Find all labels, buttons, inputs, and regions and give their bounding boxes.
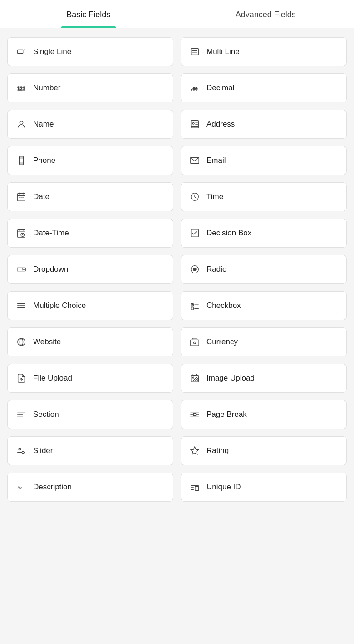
file-upload-icon — [16, 373, 27, 383]
field-decision-box[interactable]: Decision Box — [181, 219, 347, 248]
checkbox-icon — [189, 301, 200, 311]
svg-point-54 — [192, 377, 194, 378]
field-rating-label: Rating — [206, 446, 229, 455]
field-time-label: Time — [206, 192, 223, 201]
svg-rect-8 — [191, 121, 199, 128]
svg-point-66 — [19, 448, 21, 450]
field-email[interactable]: Email — [181, 146, 347, 175]
field-section-label: Section — [33, 410, 59, 419]
email-icon — [189, 156, 200, 166]
field-file-upload-label: File Upload — [33, 374, 72, 383]
website-icon — [16, 337, 27, 347]
field-unique-id[interactable]: Unique ID — [181, 473, 347, 502]
phone-icon — [16, 156, 27, 166]
field-date-time[interactable]: Date-Time — [7, 219, 173, 248]
tab-basic[interactable]: Basic Fields — [0, 0, 177, 28]
svg-rect-43 — [191, 307, 194, 310]
field-unique-id-label: Unique ID — [206, 483, 241, 492]
svg-rect-50 — [191, 340, 199, 346]
field-radio[interactable]: Radio — [181, 255, 347, 284]
svg-marker-69 — [191, 447, 199, 454]
field-page-break[interactable]: Page Break — [181, 400, 347, 429]
field-dropdown-label: Dropdown — [33, 265, 69, 274]
field-date[interactable]: Date — [7, 182, 173, 211]
tabs-header: Basic Fields Advanced Fields — [0, 0, 354, 28]
field-email-label: Email — [206, 156, 226, 165]
field-single-line-label: Single Line — [33, 47, 71, 56]
field-multi-line-label: Multi Line — [206, 47, 240, 56]
field-website[interactable]: Website — [7, 327, 173, 356]
field-page-break-label: Page Break — [206, 410, 247, 419]
multi-line-icon — [189, 47, 200, 57]
time-icon — [189, 192, 200, 202]
field-address-label: Address — [206, 120, 235, 129]
decimal-icon: .00 — [189, 83, 200, 93]
field-name-label: Name — [33, 120, 54, 129]
field-date-label: Date — [33, 192, 49, 201]
currency-icon — [189, 337, 200, 347]
field-description[interactable]: Aa Description — [7, 473, 173, 502]
field-section[interactable]: Section — [7, 400, 173, 429]
field-phone[interactable]: Phone — [7, 146, 173, 175]
number-icon: 123 — [16, 83, 27, 93]
field-address[interactable]: Address — [181, 110, 347, 139]
svg-rect-64 — [193, 413, 196, 416]
tab-basic-label: Basic Fields — [66, 10, 110, 19]
svg-point-34 — [193, 268, 196, 271]
field-number-label: Number — [33, 83, 60, 93]
tab-advanced-label: Advanced Fields — [236, 10, 296, 19]
field-slider-label: Slider — [33, 446, 53, 455]
tab-advanced[interactable]: Advanced Fields — [177, 0, 354, 28]
name-icon — [16, 119, 27, 129]
field-decimal-label: Decimal — [206, 83, 234, 93]
field-slider[interactable]: Slider — [7, 436, 173, 465]
radio-icon — [189, 264, 200, 274]
field-multiple-choice-label: Multiple Choice — [33, 301, 86, 310]
field-image-upload-label: Image Upload — [206, 374, 255, 383]
field-image-upload[interactable]: Image Upload — [181, 364, 347, 393]
field-rating[interactable]: Rating — [181, 436, 347, 465]
decision-box-icon — [189, 228, 200, 238]
fields-grid: Single Line Multi Line 123 Number .00 De… — [0, 28, 354, 511]
field-checkbox-label: Checkbox — [206, 301, 241, 310]
section-icon — [16, 410, 27, 420]
single-line-icon — [16, 47, 27, 57]
page-break-icon — [189, 410, 200, 420]
field-name[interactable]: Name — [7, 110, 173, 139]
svg-rect-13 — [19, 156, 23, 165]
field-date-time-label: Date-Time — [33, 229, 69, 238]
svg-rect-0 — [18, 50, 23, 53]
field-multi-line[interactable]: Multi Line — [181, 37, 347, 66]
rating-icon — [189, 446, 200, 456]
description-icon: Aa — [16, 482, 27, 492]
date-time-icon — [16, 228, 27, 238]
field-file-upload[interactable]: File Upload — [7, 364, 173, 393]
multiple-choice-icon — [16, 301, 27, 311]
svg-point-7 — [20, 121, 23, 124]
field-website-label: Website — [33, 337, 61, 346]
field-decision-box-label: Decision Box — [206, 229, 251, 238]
field-description-label: Description — [33, 483, 72, 492]
slider-icon — [16, 446, 27, 456]
field-multiple-choice[interactable]: Multiple Choice — [7, 291, 173, 320]
field-decimal[interactable]: .00 Decimal — [181, 73, 347, 102]
svg-text:Aa: Aa — [17, 485, 23, 490]
dropdown-icon — [16, 264, 27, 274]
field-time[interactable]: Time — [181, 182, 347, 211]
field-number[interactable]: 123 Number — [7, 73, 173, 102]
field-checkbox[interactable]: Checkbox — [181, 291, 347, 320]
field-currency-label: Currency — [206, 337, 238, 346]
svg-rect-2 — [191, 49, 199, 55]
address-icon — [189, 119, 200, 129]
field-radio-label: Radio — [206, 265, 226, 274]
field-single-line[interactable]: Single Line — [7, 37, 173, 66]
svg-point-51 — [194, 342, 196, 344]
svg-point-68 — [22, 451, 24, 454]
svg-point-9 — [192, 122, 194, 124]
field-currency[interactable]: Currency — [181, 327, 347, 356]
svg-text:.00: .00 — [190, 86, 198, 91]
field-dropdown[interactable]: Dropdown — [7, 255, 173, 284]
date-icon — [16, 192, 27, 202]
svg-text:123: 123 — [17, 86, 25, 91]
field-phone-label: Phone — [33, 156, 55, 165]
